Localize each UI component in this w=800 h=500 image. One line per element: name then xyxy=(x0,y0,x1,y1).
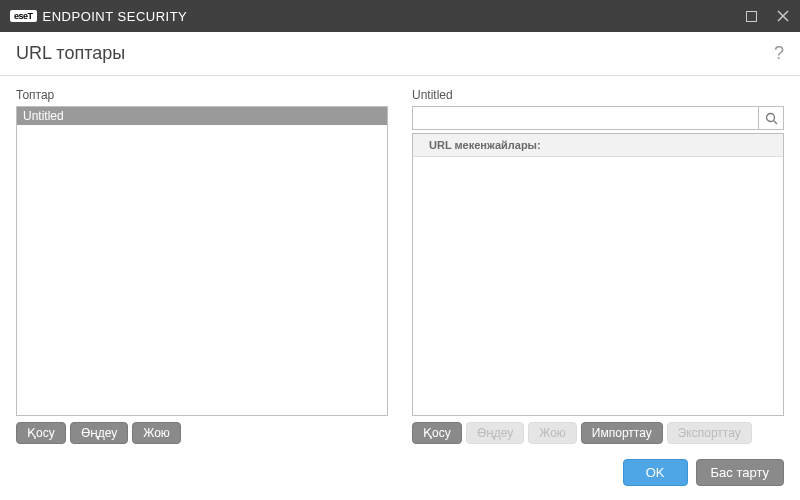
groups-label: Топтар xyxy=(16,88,388,102)
urls-button-row: Қосу Өңдеу Жою Импорттау Экспорттау xyxy=(412,422,784,444)
edit-group-button[interactable]: Өңдеу xyxy=(70,422,129,444)
add-group-button[interactable]: Қосу xyxy=(16,422,66,444)
ok-button[interactable]: OK xyxy=(623,459,688,486)
urls-column: Untitled URL мекенжайлары: Қосу Өңдеу Жо… xyxy=(412,88,784,444)
search-icon xyxy=(765,112,778,125)
close-button[interactable] xyxy=(776,9,790,23)
list-item[interactable]: Untitled xyxy=(17,107,387,125)
groups-column: Топтар Untitled Қосу Өңдеу Жою xyxy=(16,88,388,444)
url-panel-header: URL мекенжайлары: xyxy=(413,134,783,157)
search-input[interactable] xyxy=(412,106,758,130)
cancel-button[interactable]: Бас тарту xyxy=(696,459,784,486)
urls-label: Untitled xyxy=(412,88,784,102)
svg-point-3 xyxy=(766,113,774,121)
export-button: Экспорттау xyxy=(667,422,752,444)
edit-url-button: Өңдеу xyxy=(466,422,525,444)
add-url-button[interactable]: Қосу xyxy=(412,422,462,444)
groups-button-row: Қосу Өңдеу Жою xyxy=(16,422,388,444)
content: Топтар Untitled Қосу Өңдеу Жою Untitled … xyxy=(0,76,800,444)
search-row xyxy=(412,106,784,130)
delete-url-button: Жою xyxy=(528,422,577,444)
window-controls xyxy=(744,9,790,23)
search-button[interactable] xyxy=(758,106,784,130)
url-panel: URL мекенжайлары: xyxy=(412,133,784,416)
url-panel-body[interactable] xyxy=(413,157,783,415)
brand: eseT ENDPOINT SECURITY xyxy=(10,9,187,24)
page-title: URL топтары xyxy=(16,43,125,64)
import-button[interactable]: Импорттау xyxy=(581,422,663,444)
groups-listbox[interactable]: Untitled xyxy=(16,106,388,416)
svg-line-4 xyxy=(773,120,777,124)
page-header: URL топтары ? xyxy=(0,32,800,76)
delete-group-button[interactable]: Жою xyxy=(132,422,181,444)
titlebar: eseT ENDPOINT SECURITY xyxy=(0,0,800,32)
svg-rect-0 xyxy=(746,11,756,21)
brand-logo: eseT xyxy=(10,10,37,22)
footer: OK Бас тарту xyxy=(0,444,800,500)
maximize-button[interactable] xyxy=(744,9,758,23)
brand-text: ENDPOINT SECURITY xyxy=(43,9,188,24)
help-icon[interactable]: ? xyxy=(774,43,784,64)
